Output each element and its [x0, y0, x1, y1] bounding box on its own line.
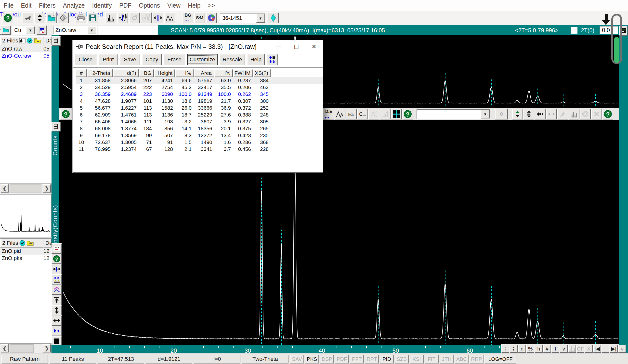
menu-item-[interactable]: >> — [204, 2, 219, 9]
menu-item-filters[interactable]: Filters — [35, 2, 59, 9]
de-marker-button[interactable]: D.E▸▪◂ — [323, 109, 334, 119]
percent-button[interactable]: % — [526, 345, 534, 353]
smooth-marker-button[interactable] — [117, 12, 128, 23]
menu-item-edit[interactable]: Edit — [17, 2, 35, 9]
help-button[interactable]: ? — [603, 109, 613, 119]
peak-file-list-header-date[interactable]: Da — [43, 239, 52, 247]
peak-row-3[interactable]: 336.3592.46892236090100.091349100.00.262… — [76, 91, 323, 98]
scroll-thumb[interactable] — [9, 344, 34, 353]
intensity-panel[interactable]: I=0 — [194, 355, 240, 364]
overlay-diamond-button[interactable] — [58, 12, 69, 23]
double-peak-button[interactable] — [335, 109, 345, 119]
pattern-file-list-header-date[interactable]: Da — [43, 36, 52, 45]
mode-panel[interactable]: Raw Pattern — [1, 355, 48, 364]
go-first-button[interactable]: |◀ — [593, 345, 601, 353]
two-theta-panel[interactable]: 2T=47.513 — [98, 355, 144, 364]
help-button[interactable]: Help — [247, 54, 265, 65]
minus-button[interactable]: ─ — [602, 345, 609, 353]
chart-list-icon[interactable] — [19, 38, 25, 43]
face-button[interactable] — [52, 243, 62, 254]
chevrons-up-button[interactable] — [52, 285, 62, 295]
column-header-bg[interactable]: BG — [139, 69, 154, 77]
wave-button[interactable] — [141, 12, 152, 23]
sort-updown-button[interactable] — [34, 12, 45, 23]
help-button[interactable]: ? — [402, 109, 413, 119]
toggle-pid[interactable]: PID — [380, 355, 394, 364]
menu-item-options[interactable]: Options — [135, 2, 164, 9]
pdf-go-button[interactable] — [268, 12, 279, 23]
scroll-right-icon[interactable]: ❯ — [43, 184, 51, 193]
spin-a-button[interactable]: ▲▼ — [501, 345, 509, 353]
two-theta-zero-checkbox[interactable] — [571, 27, 577, 34]
close-window-button[interactable]: ✕ — [305, 40, 323, 53]
collapse-top-panel-button[interactable] — [52, 36, 61, 46]
chart-adjust-button[interactable] — [380, 109, 391, 119]
thumb-chart-button[interactable] — [568, 345, 576, 353]
peak-row-4[interactable]: 447.6281.9077101113018.61981921.70.30730… — [76, 98, 323, 104]
cf-button[interactable]: CF — [576, 345, 584, 353]
menu-item-file[interactable]: File — [0, 2, 17, 9]
filter-field[interactable] — [98, 26, 157, 35]
peak-adjust-button[interactable] — [369, 109, 379, 119]
chevron-down-icon[interactable]: ▼ — [87, 26, 96, 34]
toggle-fit[interactable]: FIT — [425, 355, 439, 364]
grid-view-button[interactable] — [391, 109, 402, 119]
help-button[interactable]: ? — [2, 12, 13, 23]
pdf-card-combo[interactable]: 36-1451▼ — [220, 13, 265, 23]
peak-file-list-header-files[interactable]: 2 Files — [0, 239, 43, 247]
expand-v-button[interactable] — [524, 109, 534, 119]
double-peak-button[interactable] — [164, 12, 175, 23]
chevron-down-icon[interactable]: ▼ — [26, 26, 35, 34]
peak-row-2[interactable]: 234.5292.5954222275445.23241735.50.20646… — [76, 84, 323, 91]
view-mode-button[interactable]: v — [560, 345, 568, 353]
print-button[interactable]: Print — [98, 54, 118, 65]
pattern-file-list-header-files[interactable]: 2 Files — [0, 36, 43, 45]
column-header-fwhm[interactable]: FWHM — [233, 69, 253, 77]
peak-list-scrollbar[interactable]: ❮❯ — [0, 343, 52, 353]
spin-b-button[interactable]: ▲▼ — [510, 345, 518, 353]
report-settings-button[interactable]: A — [37, 25, 47, 35]
save-button[interactable] — [87, 12, 98, 23]
peak-row-9[interactable]: 969.1781.3569995078.31227213.40.423235 — [76, 132, 323, 139]
run-wizard-button[interactable] — [23, 12, 33, 23]
peak-row-10[interactable]: 1072.6371.300571911.514901.60.286368 — [76, 139, 323, 146]
menu-item-view[interactable]: View — [164, 2, 184, 9]
check-circle-icon[interactable] — [26, 38, 33, 44]
to-top-button[interactable] — [52, 295, 62, 305]
customize-button[interactable]: Customize — [187, 54, 218, 65]
toggle-szs[interactable]: SZS — [395, 355, 409, 364]
erase-button[interactable]: Erase — [164, 54, 185, 65]
bg-fit-button[interactable]: BG••• — [182, 12, 193, 23]
column-header-2theta[interactable]: 2-Theta — [87, 69, 113, 77]
pdf-disc-button[interactable] — [206, 12, 217, 23]
hash-button[interactable]: # — [618, 345, 626, 353]
column-header-i[interactable]: I% — [215, 69, 233, 77]
minimize-button[interactable]: ─ — [270, 40, 288, 53]
menu-item-pdf[interactable]: PDF — [116, 2, 135, 9]
h-split-button[interactable] — [52, 326, 62, 336]
toggle-ksi[interactable]: KSI — [410, 355, 424, 364]
d-spacing-panel[interactable]: d=1.9121 — [146, 355, 192, 364]
close-x-button[interactable] — [591, 109, 602, 119]
toggle-sav[interactable]: SAV — [290, 355, 304, 364]
stop-button[interactable] — [52, 336, 62, 346]
refresh-button[interactable] — [129, 12, 140, 23]
peak-search-report-dialog[interactable]: Peak Search Report (11 Peaks, Max P/N = … — [73, 40, 323, 173]
help-button[interactable]: ? — [60, 109, 71, 119]
phase-combo[interactable]: ▼ — [416, 109, 490, 119]
axis-unit-panel[interactable]: Two-Theta — [242, 355, 289, 364]
anode-combo[interactable]: Cu▼ — [12, 26, 35, 35]
toggle-th[interactable]: 2TH — [440, 355, 454, 364]
bar-chart-button[interactable] — [569, 109, 579, 119]
chevron-down-icon[interactable]: ▼ — [481, 110, 490, 119]
peaks-panel[interactable]: 11 Peaks — [50, 355, 96, 364]
spin-updown-button[interactable] — [512, 109, 523, 119]
zero-offset-button[interactable]: 0 — [495, 109, 508, 119]
column-header-[interactable]: # — [76, 69, 86, 77]
copy-button[interactable]: Copy — [142, 54, 162, 65]
v-expand-button[interactable] — [52, 305, 62, 315]
peak-lines-button[interactable] — [105, 12, 116, 23]
toggle-logoff[interactable]: LOG=OFF — [484, 355, 516, 364]
column-header-xs[interactable]: XS(?) — [253, 69, 271, 77]
width-arrows-button[interactable] — [153, 12, 163, 23]
